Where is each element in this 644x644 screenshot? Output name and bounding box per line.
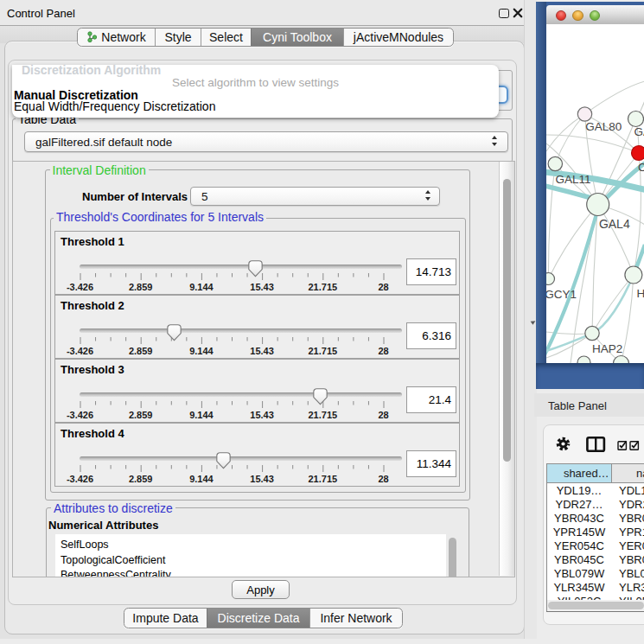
svg-text:HI: HI	[636, 287, 644, 300]
svg-text:CY: CY	[638, 161, 644, 174]
svg-text:GAL4: GAL4	[598, 217, 629, 231]
svg-text:HAP2: HAP2	[592, 342, 622, 355]
svg-text:GAL11: GAL11	[555, 173, 590, 186]
svg-text:GA: GA	[634, 125, 644, 138]
svg-text:GAL80: GAL80	[585, 120, 622, 133]
svg-text:GCY1: GCY1	[546, 288, 577, 301]
